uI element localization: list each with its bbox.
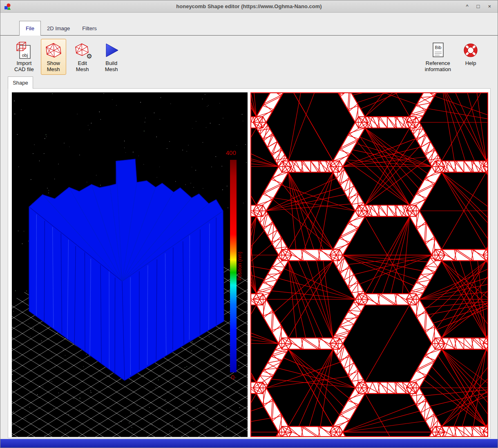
- window-title: honeycomb Shape editor (https://www.Oghm…: [0, 3, 498, 9]
- build-mesh-label: Build Mesh: [105, 60, 118, 73]
- show-mesh-button[interactable]: Show Mesh: [41, 39, 66, 75]
- gear-icon: ⚙: [86, 53, 92, 60]
- maximize-button[interactable]: □: [477, 0, 480, 13]
- import-cad-file-button[interactable]: obj Import CAD file: [11, 39, 37, 75]
- obj-file-icon: obj: [15, 41, 33, 60]
- tab-2d-image[interactable]: 2D Image: [41, 21, 76, 36]
- tab-shape[interactable]: Shape: [8, 76, 33, 89]
- mesh-2d-view-canvas[interactable]: [250, 92, 488, 437]
- import-cad-file-label: Import CAD file: [14, 60, 34, 73]
- show-mesh-label: Show Mesh: [47, 60, 60, 73]
- tab-filters[interactable]: Filters: [76, 21, 103, 36]
- edit-mesh-label: Edit Mesh: [76, 60, 89, 73]
- titlebar[interactable]: honeycomb Shape editor (https://www.Oghm…: [0, 0, 498, 13]
- ribbon-toolbar: obj Import CAD file: [0, 38, 498, 75]
- tab-file[interactable]: File: [19, 21, 41, 36]
- help-label: Help: [465, 60, 476, 66]
- edit-mesh-button[interactable]: ⚙ Edit Mesh: [70, 39, 95, 75]
- help-button[interactable]: Help: [458, 39, 483, 75]
- close-button[interactable]: ×: [488, 0, 491, 13]
- shape-3d-preview-canvas[interactable]: [12, 92, 248, 437]
- app-window: { "window": { "title": "honeycomb Shape …: [0, 0, 498, 448]
- svg-text:Bib: Bib: [435, 45, 441, 50]
- reference-information-button[interactable]: Bib Reference information: [422, 39, 454, 75]
- minimize-button[interactable]: ^: [466, 0, 468, 13]
- play-triangle-icon: [102, 41, 121, 60]
- lifebuoy-help-icon: [461, 41, 480, 60]
- build-mesh-button[interactable]: Build Mesh: [99, 39, 124, 75]
- reference-information-label: Reference information: [425, 60, 451, 73]
- status-progress-bar: [0, 439, 498, 448]
- app-icon: [4, 3, 11, 10]
- svg-text:obj: obj: [22, 53, 28, 58]
- ribbon-tabbar: File 2D Image Filters: [19, 21, 103, 36]
- content-panel: [8, 88, 491, 438]
- mesh-sphere-icon: [44, 41, 63, 60]
- bib-document-icon: Bib: [429, 41, 447, 60]
- mesh-edit-icon: ⚙: [73, 41, 92, 60]
